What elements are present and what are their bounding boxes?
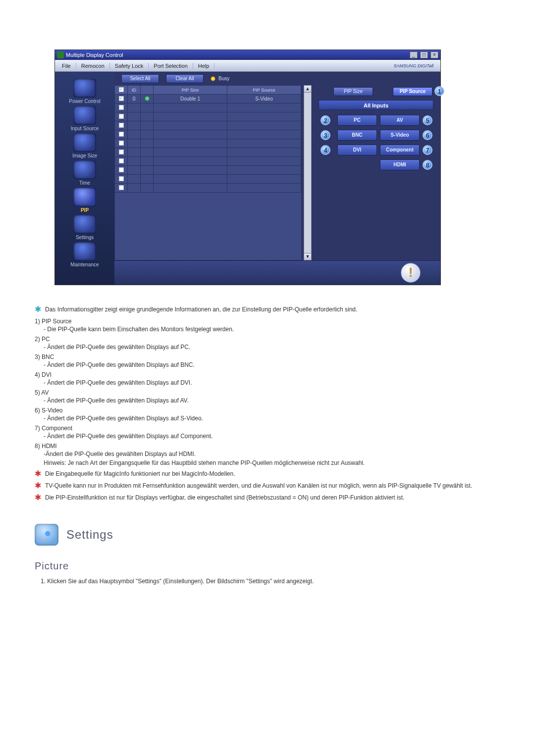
row-checkbox[interactable]: [119, 123, 124, 128]
cell-id: 0: [128, 95, 141, 103]
svideo-button[interactable]: S-Video: [380, 130, 420, 141]
brand-label: SAMSUNG DIGITall: [394, 63, 438, 68]
numbered-note: 3) BNC: [35, 353, 500, 361]
sidebar-item-maintenance[interactable]: Maintenance: [55, 242, 114, 267]
settings-icon: [73, 215, 96, 234]
callout-7: 7: [423, 145, 432, 155]
col-id[interactable]: ID: [128, 86, 141, 95]
row-checkbox[interactable]: [119, 167, 124, 172]
pip-icon: [73, 188, 96, 206]
row-checkbox[interactable]: [119, 105, 124, 110]
cell-pip-source: S-Video: [227, 95, 301, 103]
sidebar-item-input-source[interactable]: Input Source: [55, 106, 114, 131]
row-checkbox[interactable]: [119, 132, 124, 137]
table-row[interactable]: 0 Double 1 S-Video: [115, 95, 301, 103]
scroll-up-icon[interactable]: ▲: [304, 86, 311, 93]
menu-safety-lock[interactable]: Safety Lock: [110, 63, 149, 69]
bnc-button[interactable]: BNC: [337, 130, 377, 141]
row-checkbox[interactable]: [119, 176, 124, 181]
notes-section: ✱ Das Informationsgitter zeigt einige gr…: [35, 305, 500, 502]
menu-help[interactable]: Help: [193, 63, 215, 69]
picture-heading: Picture: [35, 560, 500, 572]
title-bar[interactable]: Multiple Display Control _ □ ×: [55, 50, 440, 60]
grid-scrollbar[interactable]: ▲ ▼: [304, 85, 312, 260]
dvi-button[interactable]: DVI: [337, 145, 377, 155]
numbered-note-detail: - Ändert die PIP-Quelle des gewählten Di…: [44, 379, 500, 386]
table-row[interactable]: [115, 130, 301, 139]
select-all-button[interactable]: Select All: [121, 74, 159, 83]
menu-file[interactable]: File: [57, 63, 76, 69]
callout-2: 2: [321, 115, 330, 125]
menu-remocon[interactable]: Remocon: [76, 63, 110, 69]
time-icon: [73, 160, 96, 179]
sidebar-item-power-control[interactable]: Power Control: [55, 79, 114, 104]
col-status[interactable]: [141, 86, 154, 95]
clear-all-button[interactable]: Clear All: [166, 74, 204, 83]
av-button[interactable]: AV: [380, 115, 420, 126]
callout-6: 6: [423, 130, 432, 140]
maximize-button[interactable]: □: [420, 51, 428, 58]
row-checkbox[interactable]: [119, 158, 124, 163]
sidebar-label: Settings: [55, 235, 114, 240]
sidebar-label: PIP: [55, 207, 114, 213]
table-row[interactable]: [115, 175, 301, 184]
numbered-note: 4) DVI: [35, 370, 500, 379]
table-row[interactable]: [115, 112, 301, 121]
numbered-note-detail: - Ändert die PIP-Quelle des gewählten Di…: [44, 361, 500, 368]
row-checkbox[interactable]: [119, 150, 124, 154]
scroll-track[interactable]: [304, 93, 311, 252]
pip-size-tab[interactable]: PIP Size: [333, 87, 373, 96]
table-row[interactable]: [115, 139, 301, 148]
menu-bar: File Remocon Safety Lock Port Selection …: [55, 60, 440, 72]
pip-source-tab[interactable]: PIP Source: [393, 87, 432, 96]
status-dot-icon: [145, 97, 149, 101]
busy-dot-icon: [211, 76, 215, 81]
sidebar-item-settings[interactable]: Settings: [55, 215, 114, 240]
table-row[interactable]: [115, 184, 301, 193]
numbered-note: 1) PIP Source: [35, 317, 500, 326]
sidebar-item-image-size[interactable]: Image Size: [55, 133, 114, 158]
row-checkbox[interactable]: [119, 96, 124, 101]
red-note: Die PIP-Einstellfunktion ist nur für Dis…: [45, 493, 404, 502]
alert-icon: !: [401, 263, 421, 283]
hdmi-button[interactable]: HDMI: [380, 159, 420, 170]
table-row[interactable]: [115, 121, 301, 130]
col-pip-source[interactable]: PIP Source: [227, 86, 301, 95]
numbered-note: 6) S-Video: [35, 406, 500, 415]
right-panel: PIP Size PIP Source 1 All Inputs 2 PC AV…: [312, 85, 440, 260]
input-source-icon: [73, 106, 96, 125]
checkbox-header[interactable]: [119, 87, 124, 92]
app-icon: [57, 51, 64, 58]
sidebar-label: Image Size: [55, 153, 114, 158]
sidebar-label: Maintenance: [55, 262, 114, 267]
callout-5: 5: [423, 115, 432, 125]
pc-button[interactable]: PC: [337, 115, 377, 126]
table-row[interactable]: [115, 148, 301, 157]
intro-note: Das Informationsgitter zeigt einige grun…: [45, 305, 357, 314]
numbered-note-detail: - Die PIP-Quelle kann beim Einschalten d…: [44, 326, 500, 333]
numbered-note-detail: -Ändert die PIP-Quelle des gewählten Dis…: [44, 451, 500, 457]
scroll-down-icon[interactable]: ▼: [304, 253, 311, 260]
close-button[interactable]: ×: [430, 51, 438, 58]
table-row[interactable]: [115, 103, 301, 112]
col-pip-size[interactable]: PIP Size: [154, 86, 227, 95]
table-row[interactable]: [115, 166, 301, 175]
component-button[interactable]: Component: [380, 145, 420, 155]
row-checkbox[interactable]: [119, 185, 124, 190]
numbered-note-detail: - Ändert die PIP-Quelle des gewählten Di…: [44, 415, 500, 422]
star-icon: ✱: [35, 305, 41, 313]
sidebar-item-time[interactable]: Time: [55, 160, 114, 186]
numbered-note-detail: - Ändert die PIP-Quelle des gewählten Di…: [44, 344, 500, 351]
footer-bar: !: [114, 260, 440, 285]
menu-port-selection[interactable]: Port Selection: [149, 63, 193, 69]
minimize-button[interactable]: _: [410, 51, 418, 58]
numbered-note: 8) HDMI: [35, 442, 500, 451]
numbered-note: 7) Component: [35, 424, 500, 433]
row-checkbox[interactable]: [119, 114, 124, 119]
picture-step: 1. Klicken Sie auf das Hauptsymbol "Sett…: [41, 578, 500, 585]
table-row[interactable]: [115, 157, 301, 166]
star-icon: ✱: [35, 470, 41, 478]
sidebar-item-pip[interactable]: PIP: [55, 188, 114, 213]
row-checkbox[interactable]: [119, 141, 124, 146]
star-icon: ✱: [35, 482, 41, 490]
